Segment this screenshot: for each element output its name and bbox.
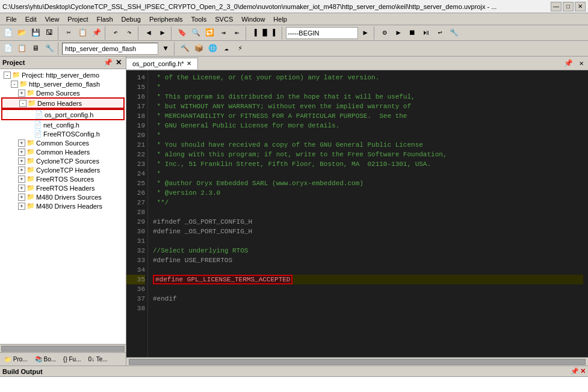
root-expand[interactable]: -	[4, 72, 11, 79]
editor-hscroll[interactable]	[126, 357, 588, 366]
tree-hscroll[interactable]	[0, 344, 126, 352]
menu-help[interactable]: Help	[270, 14, 291, 24]
copy-btn[interactable]: 📋	[76, 26, 89, 40]
cyclonetcp-sources-expand[interactable]: +	[18, 158, 25, 165]
new-file-btn[interactable]: 📄	[1, 26, 14, 40]
editor-pin[interactable]: 📌	[562, 57, 575, 70]
editor-hscroll-thumb[interactable]	[129, 359, 586, 365]
nav-back-btn[interactable]: ◀	[142, 26, 155, 40]
tree-root[interactable]: - 📁 Project: http_server_demo	[1, 70, 125, 79]
m480-sources-expand[interactable]: +	[18, 194, 25, 201]
freertos-sources-expand[interactable]: +	[18, 176, 25, 183]
open-btn[interactable]: 📂	[15, 26, 28, 40]
tree-item-freertos-config[interactable]: 📄 FreeRTOSConfig.h	[1, 129, 125, 138]
t2-btn8[interactable]: ☁	[220, 42, 233, 55]
search-go[interactable]: ▶	[359, 26, 372, 40]
tree-item-common-sources[interactable]: + 📁 Common Sources	[1, 138, 125, 147]
menu-view[interactable]: View	[42, 14, 63, 24]
tree-item-freertos-headers[interactable]: + 📁 FreeRTOS Headers	[1, 183, 125, 192]
menu-peripherals[interactable]: Peripherals	[146, 14, 187, 24]
tree-item-flash[interactable]: - 📁 http_server_demo_flash	[1, 79, 125, 88]
menu-flash[interactable]: Flash	[93, 14, 117, 24]
common-headers-expand[interactable]: +	[18, 149, 25, 156]
cut-btn[interactable]: ✂	[62, 26, 75, 40]
minimize-button[interactable]: —	[551, 2, 562, 11]
maximize-button[interactable]: □	[563, 2, 574, 11]
tree-item-m480-headers[interactable]: + 📁 M480 Drivers Headers	[1, 201, 125, 210]
col2[interactable]: █	[260, 26, 270, 40]
tree-item-os-port[interactable]: 📄 os_port_config.h	[1, 109, 125, 120]
menu-file[interactable]: File	[2, 14, 20, 24]
t2-btn7[interactable]: 🌐	[206, 42, 219, 55]
debug2[interactable]: ▶	[392, 26, 405, 40]
editor-close[interactable]: ✕	[575, 57, 588, 70]
code-editor[interactable]: * of the License, or (at your option) an…	[148, 70, 588, 357]
nav-fwd-btn[interactable]: ▶	[156, 26, 169, 40]
menu-project[interactable]: Project	[64, 14, 91, 24]
debug5[interactable]: ↩	[433, 26, 447, 40]
t2-btn9[interactable]: ⚡	[234, 42, 247, 55]
demo-sources-expand[interactable]: +	[18, 90, 25, 97]
tree-item-common-headers[interactable]: + 📁 Common Headers	[1, 147, 125, 156]
undo-btn[interactable]: ↶	[109, 26, 122, 40]
menu-svcs[interactable]: SVCS	[211, 14, 237, 24]
debug1[interactable]: ⚙	[378, 26, 391, 40]
flash-expand[interactable]: -	[11, 81, 18, 88]
tree-item-cyclonetcp-headers[interactable]: + 📁 CycloneTCP Headers	[1, 165, 125, 174]
build-close-icon[interactable]: ✕	[580, 367, 586, 375]
col1[interactable]: ▐	[250, 26, 259, 40]
menu-tools[interactable]: Tools	[188, 14, 211, 24]
unindent-btn[interactable]: ⇤	[231, 26, 244, 40]
tree-item-freertos-sources[interactable]: + 📁 FreeRTOS Sources	[1, 174, 125, 183]
flash-label: http_server_demo_flash	[29, 81, 100, 88]
menu-edit[interactable]: Edit	[22, 14, 40, 24]
common-sources-expand[interactable]: +	[18, 139, 25, 147]
t2-btn2[interactable]: 📋	[15, 42, 28, 55]
close-button[interactable]: ✕	[575, 2, 586, 11]
menu-window[interactable]: Window	[238, 14, 268, 24]
build-pin-icon[interactable]: 📌	[571, 367, 579, 375]
t2-btn5[interactable]: 🔨	[178, 42, 191, 55]
tree-item-demo-sources[interactable]: + 📁 Demo Sources	[1, 88, 125, 97]
tab-books[interactable]: 📚 Bo...	[32, 354, 59, 364]
search-combo[interactable]	[286, 27, 358, 39]
menu-debug[interactable]: Debug	[118, 14, 144, 24]
bookmark-btn[interactable]: 🔖	[175, 26, 188, 40]
target-dropdown[interactable]: ▼	[159, 42, 172, 55]
code-line-27: **/	[153, 198, 583, 207]
cyclonetcp-headers-expand[interactable]: +	[18, 167, 25, 174]
freertos-headers-expand[interactable]: +	[18, 185, 25, 192]
indent-btn[interactable]: ⇥	[217, 26, 230, 40]
debug4[interactable]: ⏯	[419, 26, 433, 40]
tree-item-m480-sources[interactable]: + 📁 M480 Drivers Sources	[1, 192, 125, 201]
tree-item-net-config[interactable]: 📄 net_config.h	[1, 120, 125, 129]
t2-btn6[interactable]: 📦	[192, 42, 205, 55]
panel-close[interactable]: ✕	[114, 58, 123, 67]
demo-headers-expand[interactable]: -	[19, 100, 26, 107]
panel-pin[interactable]: 📌	[103, 58, 113, 67]
save-btn[interactable]: 💾	[29, 26, 42, 40]
code-line-28	[153, 207, 583, 217]
replace-btn[interactable]: 🔁	[203, 26, 216, 40]
tab-project[interactable]: 📁 Pro...	[1, 354, 31, 364]
find-btn[interactable]: 🔍	[189, 26, 202, 40]
t2-btn4[interactable]: 🔧	[43, 42, 56, 55]
tree-item-demo-headers[interactable]: - 📁 Demo Headers	[1, 97, 125, 109]
tab-templates[interactable]: 0↓ Te...	[85, 354, 111, 364]
editor-tab-os-port[interactable]: os_port_config.h* ✕	[126, 58, 198, 69]
t2-btn1[interactable]: 📄	[1, 42, 14, 55]
demo-sources-icon: 📁	[26, 89, 35, 97]
paste-btn[interactable]: 📌	[90, 26, 103, 40]
m480-headers-expand[interactable]: +	[18, 203, 25, 210]
tab-close-btn[interactable]: ✕	[187, 60, 191, 67]
save-all-btn[interactable]: 🖫	[43, 26, 56, 40]
hscroll-thumb[interactable]	[1, 346, 125, 352]
tab-functions[interactable]: {} Fu...	[60, 354, 84, 364]
redo-btn[interactable]: ↷	[123, 26, 136, 40]
t2-btn3[interactable]: 🖥	[29, 42, 42, 55]
col3[interactable]: ▌	[270, 26, 280, 40]
project-target-input[interactable]	[62, 43, 158, 55]
debug6[interactable]: 🔧	[447, 26, 460, 40]
debug3[interactable]: ⏹	[406, 26, 419, 40]
tree-item-cyclonetcp-sources[interactable]: + 📁 CycloneTCP Sources	[1, 156, 125, 165]
